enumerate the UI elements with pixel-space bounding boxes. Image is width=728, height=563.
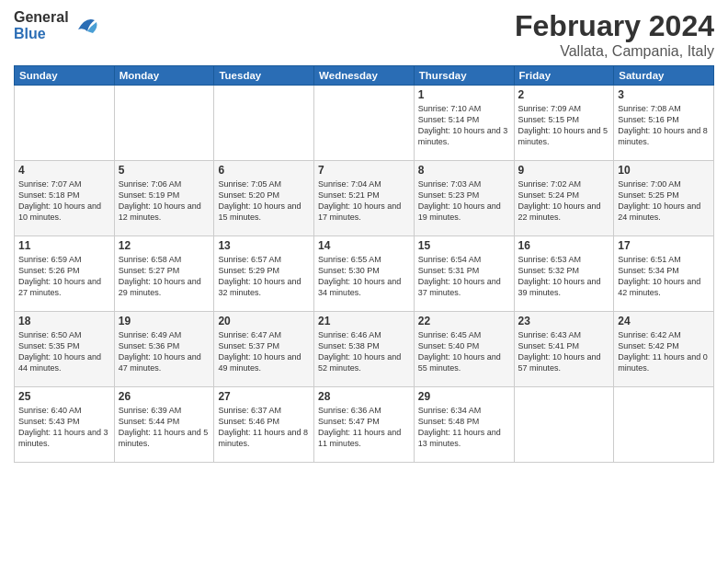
calendar-cell: 3Sunrise: 7:08 AM Sunset: 5:16 PM Daylig… [614, 86, 714, 161]
day-info: Sunrise: 6:34 AM Sunset: 5:48 PM Dayligh… [418, 405, 510, 450]
calendar-cell: 25Sunrise: 6:40 AM Sunset: 5:43 PM Dayli… [15, 387, 115, 463]
day-number: 3 [618, 88, 710, 101]
day-info: Sunrise: 7:04 AM Sunset: 5:21 PM Dayligh… [318, 178, 410, 224]
day-info: Sunrise: 6:59 AM Sunset: 5:26 PM Dayligh… [18, 254, 110, 299]
day-info: Sunrise: 6:51 AM Sunset: 5:34 PM Dayligh… [618, 254, 710, 299]
page: General Blue February 2024 Vallata, Camp… [0, 0, 728, 563]
col-monday: Monday [114, 66, 214, 86]
calendar-cell [15, 86, 115, 161]
day-number: 5 [119, 164, 210, 177]
day-info: Sunrise: 6:45 AM Sunset: 5:40 PM Dayligh… [418, 329, 510, 374]
col-wednesday: Wednesday [314, 66, 415, 86]
day-number: 18 [18, 315, 110, 327]
logo-icon [71, 11, 100, 40]
calendar-week-5: 25Sunrise: 6:40 AM Sunset: 5:43 PM Dayli… [15, 387, 714, 463]
calendar-cell: 11Sunrise: 6:59 AM Sunset: 5:26 PM Dayli… [15, 236, 115, 312]
day-info: Sunrise: 6:58 AM Sunset: 5:27 PM Dayligh… [119, 254, 210, 299]
day-info: Sunrise: 6:49 AM Sunset: 5:36 PM Dayligh… [119, 329, 210, 374]
logo-general: General [14, 9, 69, 26]
calendar-cell: 22Sunrise: 6:45 AM Sunset: 5:40 PM Dayli… [414, 312, 514, 387]
day-number: 7 [318, 164, 410, 177]
day-info: Sunrise: 7:07 AM Sunset: 5:18 PM Dayligh… [18, 178, 110, 224]
calendar-cell: 26Sunrise: 6:39 AM Sunset: 5:44 PM Dayli… [114, 387, 214, 463]
day-info: Sunrise: 6:39 AM Sunset: 5:44 PM Dayligh… [119, 405, 210, 450]
day-number: 26 [119, 390, 210, 403]
day-number: 29 [418, 390, 510, 403]
day-info: Sunrise: 7:03 AM Sunset: 5:23 PM Dayligh… [418, 178, 510, 224]
calendar-cell: 1Sunrise: 7:10 AM Sunset: 5:14 PM Daylig… [414, 86, 514, 161]
day-number: 27 [218, 390, 310, 403]
day-info: Sunrise: 6:47 AM Sunset: 5:37 PM Dayligh… [218, 329, 310, 374]
calendar-cell: 20Sunrise: 6:47 AM Sunset: 5:37 PM Dayli… [214, 312, 314, 387]
calendar-cell: 9Sunrise: 7:02 AM Sunset: 5:24 PM Daylig… [514, 161, 614, 236]
header-row: Sunday Monday Tuesday Wednesday Thursday… [15, 66, 714, 86]
calendar-body: 1Sunrise: 7:10 AM Sunset: 5:14 PM Daylig… [15, 86, 714, 463]
day-info: Sunrise: 6:57 AM Sunset: 5:29 PM Dayligh… [218, 254, 310, 299]
day-info: Sunrise: 6:40 AM Sunset: 5:43 PM Dayligh… [18, 405, 110, 450]
day-info: Sunrise: 6:50 AM Sunset: 5:35 PM Dayligh… [18, 329, 110, 374]
day-number: 28 [318, 390, 410, 403]
calendar-header: Sunday Monday Tuesday Wednesday Thursday… [15, 66, 714, 86]
calendar-cell: 29Sunrise: 6:34 AM Sunset: 5:48 PM Dayli… [414, 387, 514, 463]
calendar-cell: 15Sunrise: 6:54 AM Sunset: 5:31 PM Dayli… [414, 236, 514, 312]
calendar-cell: 4Sunrise: 7:07 AM Sunset: 5:18 PM Daylig… [15, 161, 115, 236]
calendar-cell: 27Sunrise: 6:37 AM Sunset: 5:46 PM Dayli… [214, 387, 314, 463]
calendar-cell: 23Sunrise: 6:43 AM Sunset: 5:41 PM Dayli… [514, 312, 614, 387]
calendar-cell: 17Sunrise: 6:51 AM Sunset: 5:34 PM Dayli… [614, 236, 714, 312]
day-number: 13 [218, 239, 310, 252]
calendar-cell: 2Sunrise: 7:09 AM Sunset: 5:15 PM Daylig… [514, 86, 614, 161]
calendar-cell: 19Sunrise: 6:49 AM Sunset: 5:36 PM Dayli… [114, 312, 214, 387]
day-number: 12 [119, 239, 210, 252]
col-friday: Friday [514, 66, 614, 86]
day-number: 15 [418, 239, 510, 252]
calendar-cell [614, 387, 714, 463]
logo-text: General Blue [14, 9, 69, 41]
day-info: Sunrise: 6:46 AM Sunset: 5:38 PM Dayligh… [318, 329, 410, 374]
calendar-table: Sunday Monday Tuesday Wednesday Thursday… [14, 65, 714, 463]
calendar-cell: 5Sunrise: 7:06 AM Sunset: 5:19 PM Daylig… [114, 161, 214, 236]
header: General Blue February 2024 Vallata, Camp… [14, 9, 714, 60]
day-info: Sunrise: 6:42 AM Sunset: 5:42 PM Dayligh… [618, 329, 710, 374]
day-info: Sunrise: 6:54 AM Sunset: 5:31 PM Dayligh… [418, 254, 510, 299]
calendar-cell [114, 86, 214, 161]
day-number: 6 [218, 164, 310, 177]
title-section: February 2024 Vallata, Campania, Italy [515, 9, 714, 60]
day-info: Sunrise: 7:00 AM Sunset: 5:25 PM Dayligh… [618, 178, 710, 224]
calendar-cell: 8Sunrise: 7:03 AM Sunset: 5:23 PM Daylig… [414, 161, 514, 236]
day-number: 14 [318, 239, 410, 252]
calendar-cell: 16Sunrise: 6:53 AM Sunset: 5:32 PM Dayli… [514, 236, 614, 312]
day-info: Sunrise: 6:36 AM Sunset: 5:47 PM Dayligh… [318, 405, 410, 450]
day-number: 11 [18, 239, 110, 252]
col-sunday: Sunday [15, 66, 115, 86]
col-tuesday: Tuesday [214, 66, 314, 86]
day-number: 1 [418, 88, 510, 101]
day-info: Sunrise: 7:05 AM Sunset: 5:20 PM Dayligh… [218, 178, 310, 224]
day-info: Sunrise: 7:06 AM Sunset: 5:19 PM Dayligh… [119, 178, 210, 224]
day-number: 24 [618, 315, 710, 327]
day-number: 23 [518, 315, 610, 327]
day-info: Sunrise: 7:10 AM Sunset: 5:14 PM Dayligh… [418, 103, 510, 148]
day-info: Sunrise: 7:02 AM Sunset: 5:24 PM Dayligh… [518, 178, 610, 224]
main-title: February 2024 [515, 9, 714, 43]
subtitle: Vallata, Campania, Italy [515, 43, 714, 60]
col-saturday: Saturday [614, 66, 714, 86]
day-number: 16 [518, 239, 610, 252]
day-number: 17 [618, 239, 710, 252]
calendar-cell: 14Sunrise: 6:55 AM Sunset: 5:30 PM Dayli… [314, 236, 415, 312]
day-number: 9 [518, 164, 610, 177]
day-number: 20 [218, 315, 310, 327]
calendar-week-4: 18Sunrise: 6:50 AM Sunset: 5:35 PM Dayli… [15, 312, 714, 387]
calendar-cell [514, 387, 614, 463]
day-info: Sunrise: 7:09 AM Sunset: 5:15 PM Dayligh… [518, 103, 610, 148]
day-number: 22 [418, 315, 510, 327]
day-number: 10 [618, 164, 710, 177]
calendar-week-1: 1Sunrise: 7:10 AM Sunset: 5:14 PM Daylig… [15, 86, 714, 161]
calendar-cell: 10Sunrise: 7:00 AM Sunset: 5:25 PM Dayli… [614, 161, 714, 236]
calendar-cell: 13Sunrise: 6:57 AM Sunset: 5:29 PM Dayli… [214, 236, 314, 312]
calendar-cell [314, 86, 415, 161]
calendar-cell: 6Sunrise: 7:05 AM Sunset: 5:20 PM Daylig… [214, 161, 314, 236]
col-thursday: Thursday [414, 66, 514, 86]
calendar-week-2: 4Sunrise: 7:07 AM Sunset: 5:18 PM Daylig… [15, 161, 714, 236]
logo-blue: Blue [14, 26, 69, 42]
day-number: 2 [518, 88, 610, 101]
